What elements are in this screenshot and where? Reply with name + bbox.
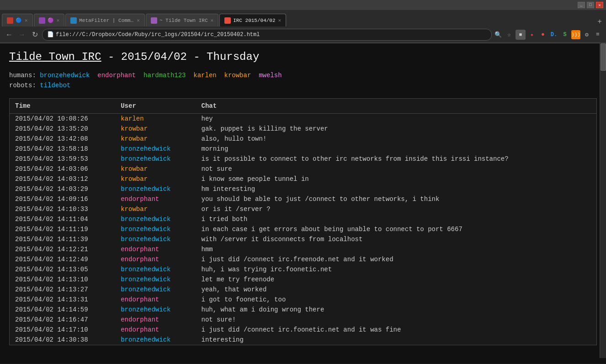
url-bar[interactable]: 📄 file:///C:/Dropbox/Code/Ruby/irc_logs/… xyxy=(42,29,492,41)
title-bar: _ □ ✕ xyxy=(0,0,606,10)
url-text: file:///C:/Dropbox/Code/Ruby/irc_logs/20… xyxy=(56,32,260,38)
tab-close-icon[interactable]: ✕ xyxy=(57,17,60,23)
extension-icon-4[interactable]: D. xyxy=(549,30,558,39)
tab-label: ~ Tilde Town IRC xyxy=(159,18,208,23)
humans-label: humans: xyxy=(9,70,36,80)
time-cell: 2015/04/02 10:08:26 xyxy=(10,113,115,124)
user-cell: krowbar xyxy=(115,134,196,144)
tab-favicon xyxy=(224,17,231,24)
chat-cell: is it possible to connect to other irc n… xyxy=(196,154,596,164)
user-bronzehedwick: bronzehedwick xyxy=(36,70,94,80)
user-mwelsh: mwelsh xyxy=(255,70,282,80)
time-cell: 2015/04/02 14:03:29 xyxy=(10,184,115,194)
user-cell: bronzehedwick xyxy=(115,335,196,345)
settings-icon[interactable]: ⚙ xyxy=(582,30,591,39)
back-button[interactable]: ← xyxy=(4,29,15,40)
user-cell: bronzehedwick xyxy=(115,285,196,295)
time-cell: 2015/04/02 13:59:53 xyxy=(10,154,115,164)
table-row: 2015/04/02 14:13:10bronzehedwicklet me t… xyxy=(10,274,596,285)
chat-cell: i tried both xyxy=(196,214,596,224)
user-cell: krowbar xyxy=(115,174,196,184)
chat-cell: gak. puppet is killing the server xyxy=(196,124,596,134)
user-cell: endorphant xyxy=(115,295,196,305)
chat-cell: morning xyxy=(196,144,596,154)
user-endorphant: endorphant xyxy=(94,70,140,80)
time-cell: 2015/04/02 14:11:04 xyxy=(10,214,115,224)
tab-close-icon[interactable]: ✕ xyxy=(137,17,140,23)
table-row: 2015/04/02 14:17:10endorphanti just did … xyxy=(10,325,596,335)
time-cell: 2015/04/02 13:42:08 xyxy=(10,134,115,144)
close-button[interactable]: ✕ xyxy=(596,2,603,8)
table-row: 2015/04/02 13:35:20krowbargak. puppet is… xyxy=(10,124,596,134)
tab-favicon xyxy=(151,17,157,24)
reload-button[interactable]: ↻ xyxy=(29,29,40,40)
chat-cell: with /server it disconnects from localho… xyxy=(196,234,596,244)
maximize-button[interactable]: □ xyxy=(587,2,594,8)
page-title: Tilde Town IRC - 2015/04/02 - Thursday xyxy=(9,51,597,63)
extension-icon-3[interactable]: ● xyxy=(538,30,548,39)
table-row: 2015/04/02 14:10:33krowbaror is it /serv… xyxy=(10,204,596,214)
bookmark-icon[interactable]: 🔍 xyxy=(494,30,503,39)
table-row: 2015/04/02 14:11:04bronzehedwicki tried … xyxy=(10,214,596,224)
chat-cell: i just did /connect irc.foonetic.net and… xyxy=(196,325,596,335)
time-cell: 2015/04/02 13:35:20 xyxy=(10,124,115,134)
chat-cell: interesting xyxy=(196,335,596,345)
chat-header: Chat xyxy=(196,99,596,114)
user-cell: endorphant xyxy=(115,254,196,264)
tab-favicon xyxy=(39,17,45,24)
chat-table: Time User Chat 2015/04/02 10:08:26karlen… xyxy=(10,99,596,345)
extension-icon-5[interactable]: S xyxy=(560,30,569,39)
table-row: 2015/04/02 13:58:18bronzehedwickmorning xyxy=(10,144,596,154)
tab-close-icon[interactable]: ✕ xyxy=(211,17,214,23)
tab-close-icon[interactable]: ✕ xyxy=(25,17,28,23)
table-row: 2015/04/02 14:14:59bronzehedwickhuh, wha… xyxy=(10,305,596,315)
table-row: 2015/04/02 14:09:16endorphantyou should … xyxy=(10,194,596,204)
title-link[interactable]: Tilde Town IRC xyxy=(9,51,101,63)
tab-irc-active[interactable]: IRC 2015/04/02 ✕ xyxy=(219,14,286,26)
table-row: 2015/04/02 14:13:31endorphanti got to fo… xyxy=(10,295,596,305)
title-rest: - 2015/04/02 - Thursday xyxy=(101,51,260,63)
tab-extra-2[interactable]: 🟣 ✕ xyxy=(34,14,65,26)
tab-close-icon[interactable]: ✕ xyxy=(278,17,282,23)
table-row: 2015/04/02 14:11:39bronzehedwickwith /se… xyxy=(10,234,596,244)
user-krowbar: krowbar xyxy=(220,70,255,80)
time-cell: 2015/04/02 14:03:12 xyxy=(10,174,115,184)
user-karlen: karlen xyxy=(190,70,220,80)
tab-tilde-town[interactable]: ~ Tilde Town IRC ✕ xyxy=(146,14,218,26)
extension-icon-2[interactable]: ✦ xyxy=(527,30,537,39)
tab-bar: 🔵 ✕ 🟣 ✕ MetaFilter | Community W... ✕ ~ … xyxy=(0,10,606,26)
user-cell: krowbar xyxy=(115,204,196,214)
user-tildebot: tildebot xyxy=(36,80,71,90)
scrollbar[interactable] xyxy=(600,43,606,358)
table-row: 2015/04/02 14:12:49endorphanti just did … xyxy=(10,254,596,264)
forward-button[interactable]: → xyxy=(16,29,27,40)
extension-icon-1[interactable]: ■ xyxy=(516,30,526,40)
user-cell: endorphant xyxy=(115,315,196,325)
table-header-row: Time User Chat xyxy=(10,99,596,114)
tab-label: IRC 2015/04/02 xyxy=(233,18,275,23)
star-icon[interactable]: ☆ xyxy=(505,30,514,39)
chat-cell: i just did /connect irc.freenode.net and… xyxy=(196,254,596,264)
menu-icon[interactable]: ≡ xyxy=(593,30,602,39)
tab-label: 🔵 xyxy=(16,17,22,23)
tab-extra-1[interactable]: 🔵 ✕ xyxy=(2,14,33,26)
scrollbar-thumb[interactable] xyxy=(601,43,606,71)
chat-tbody: 2015/04/02 10:08:26karlenhey2015/04/02 1… xyxy=(10,113,596,345)
chat-cell: huh, what am i doing wrong there xyxy=(196,305,596,315)
time-cell: 2015/04/02 14:12:49 xyxy=(10,254,115,264)
time-cell: 2015/04/02 14:03:06 xyxy=(10,164,115,174)
user-cell: bronzehedwick xyxy=(115,234,196,244)
user-cell: krowbar xyxy=(115,124,196,134)
chat-cell: not sure! xyxy=(196,315,596,325)
table-row: 2015/04/02 10:08:26karlenhey xyxy=(10,113,596,124)
browser-nav-icons: 🔍 ☆ ■ ✦ ● D. S ))) ⚙ ≡ xyxy=(494,30,602,40)
chat-cell: i know some people tunnel in xyxy=(196,174,596,184)
chat-cell: or is it /server ? xyxy=(196,204,596,214)
humans-line: humans: bronzehedwick endorphant hardmat… xyxy=(9,70,597,80)
time-cell: 2015/04/02 14:09:16 xyxy=(10,194,115,204)
tab-metafilter[interactable]: MetaFilter | Community W... ✕ xyxy=(65,14,145,26)
minimize-button[interactable]: _ xyxy=(578,2,585,8)
table-row: 2015/04/02 14:30:38bronzehedwickinterest… xyxy=(10,335,596,345)
extension-icon-rss[interactable]: ))) xyxy=(571,30,580,39)
new-tab-button[interactable]: + xyxy=(595,17,604,26)
